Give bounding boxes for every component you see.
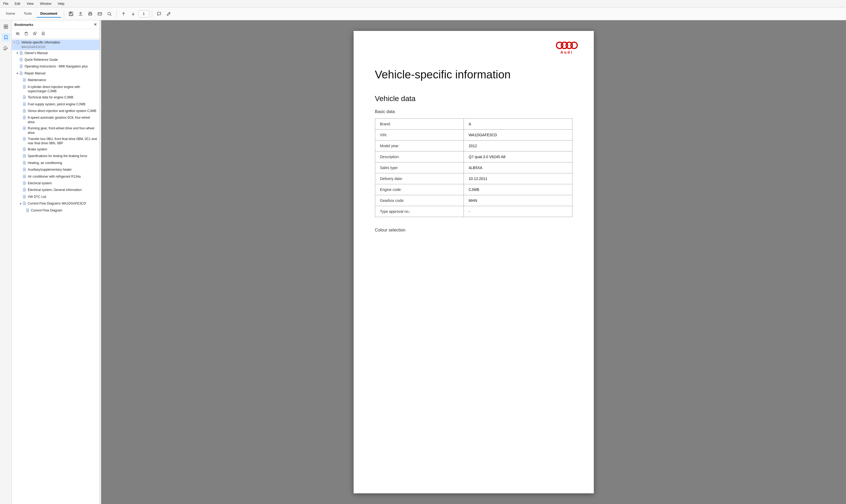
expand-icon-technical-data[interactable] <box>19 96 22 99</box>
bm-star-button[interactable] <box>31 30 38 37</box>
bookmark-item-transfer-box[interactable]: Transfer box 0BU, front final drive 0BM,… <box>12 136 100 147</box>
expand-icon-simos[interactable] <box>19 109 22 112</box>
bm-delete-button[interactable] <box>22 30 30 37</box>
table-cell-label: Engine code: <box>375 184 464 195</box>
bookmark-item-vw-dtc[interactable]: VW DTC List <box>12 194 100 200</box>
bookmark-doc-icon-8speed <box>23 116 26 121</box>
page-number-input[interactable] <box>139 11 149 17</box>
search-button[interactable] <box>105 10 114 18</box>
expand-icon-vw-dtc[interactable] <box>19 195 22 198</box>
expand-icon-air-conditioner[interactable] <box>19 175 22 178</box>
bookmark-item-repair-manual[interactable]: ▶ Repair Manual <box>12 70 100 77</box>
svg-rect-32 <box>22 65 22 66</box>
expand-icon-6cylinder[interactable] <box>19 85 22 89</box>
expand-icon-owners-manual[interactable]: ▶ <box>16 52 19 55</box>
basic-data-title: Basic data <box>375 109 572 114</box>
bookmark-item-heating[interactable]: Heating, air conditioning <box>12 160 100 167</box>
save-button[interactable] <box>67 10 75 18</box>
bookmark-label-maintenance: Maintenance <box>28 78 98 83</box>
svg-rect-122 <box>25 202 25 203</box>
bookmark-item-technical-data[interactable]: Technical data for engine CJWB <box>12 94 100 101</box>
bookmark-item-running-gear[interactable]: Running gear, front-wheel drive and four… <box>12 125 100 136</box>
bookmark-item-quick-reference[interactable]: Quick Reference Guide <box>12 57 100 64</box>
thumbnail-panel-btn[interactable] <box>2 22 10 31</box>
bookmark-label-heating: Heating, air conditioning <box>28 161 98 165</box>
bookmark-item-vehicle-specific[interactable]: ▼ Vehicle-specific informationWA1DGAFE3C… <box>12 39 100 50</box>
bookmark-item-owners-manual[interactable]: ▶ Owner's Manual <box>12 50 100 57</box>
svg-rect-8 <box>4 25 5 26</box>
expand-icon-fuel-supply[interactable] <box>19 103 22 106</box>
bm-bookmark-button[interactable] <box>39 30 47 37</box>
bookmark-item-simos[interactable]: Simos direct injection and ignition syst… <box>12 108 100 115</box>
expand-icon-maintenance[interactable] <box>19 78 22 82</box>
bookmark-doc-icon-current-flow-diagrams <box>23 202 26 206</box>
expand-icon-electrical-general[interactable] <box>19 188 22 192</box>
expand-icon-8speed[interactable] <box>19 116 22 119</box>
upload-button[interactable] <box>76 10 85 18</box>
bookmark-item-maintenance[interactable]: Maintenance <box>12 77 100 84</box>
bookmark-item-brake-system[interactable]: Brake system <box>12 146 100 153</box>
bookmark-item-current-flow-diagram[interactable]: Current Flow Diagram <box>12 208 100 214</box>
bookmark-doc-icon-running-gear <box>23 126 26 131</box>
expand-icon-current-flow-diagram[interactable] <box>22 209 25 212</box>
bookmark-label-vw-dtc: VW DTC List <box>28 195 98 199</box>
bookmarks-toolbar <box>12 29 100 38</box>
bookmarks-panel-btn[interactable] <box>2 33 10 41</box>
table-cell-label: Description: <box>375 151 464 162</box>
bookmark-item-aux-heater[interactable]: Auxiliary/supplementary heater <box>12 167 100 173</box>
bookmark-item-6cylinder[interactable]: 6-cylinder direct injection engine with … <box>12 84 100 95</box>
expand-icon-brake-specs[interactable] <box>19 155 22 158</box>
page-title: Vehicle-specific information <box>375 68 572 81</box>
tab-home[interactable]: Home <box>2 10 19 18</box>
menu-edit[interactable]: Edit <box>14 1 21 6</box>
expand-icon-repair-manual[interactable]: ▶ <box>16 72 19 75</box>
svg-rect-1 <box>70 12 71 13</box>
svg-rect-6 <box>98 13 102 15</box>
menu-file[interactable]: File <box>2 1 9 6</box>
bookmark-doc-icon-current-flow-diagram <box>26 209 29 213</box>
expand-icon-heating[interactable] <box>19 161 22 164</box>
bm-menu-button[interactable] <box>14 30 21 37</box>
table-cell-value: CJWB <box>464 184 572 195</box>
bookmark-label-current-flow-diagram: Current Flow Diagram <box>31 208 98 213</box>
content-area: Audi Vehicle-specific information Vehicl… <box>101 20 846 504</box>
table-row: Engine code:CJWB <box>375 184 572 195</box>
toolbar: Home Tools Document <box>0 7 846 20</box>
svg-rect-127 <box>28 209 29 209</box>
bookmark-item-operating-instructions[interactable]: Operating Instructions - MMI Navigation … <box>12 64 100 70</box>
attachments-panel-btn[interactable] <box>2 44 10 52</box>
bookmark-label-technical-data: Technical data for engine CJWB <box>28 95 98 100</box>
prev-page-button[interactable] <box>119 10 128 18</box>
bookmark-item-fuel-supply[interactable]: Fuel supply system, petrol engine CJWB <box>12 101 100 108</box>
bookmark-item-electrical-general[interactable]: Electrical system; General information <box>12 187 100 194</box>
expand-icon-current-flow-diagrams[interactable]: ▶ <box>19 202 22 205</box>
expand-icon-transfer-box[interactable] <box>19 137 22 141</box>
print-button[interactable] <box>86 10 94 18</box>
bookmarks-close-button[interactable]: ✕ <box>94 22 97 27</box>
table-row: Brand:A <box>375 119 572 130</box>
vehicle-data-title: Vehicle data <box>375 94 572 103</box>
expand-icon-electrical-system[interactable] <box>19 182 22 185</box>
bookmark-item-air-conditioner[interactable]: Air conditioner with refrigerant R134a <box>12 174 100 180</box>
mail-button[interactable] <box>96 10 104 18</box>
expand-icon-operating-instructions[interactable] <box>16 65 19 68</box>
table-cell-label: Gearbox code: <box>375 195 464 206</box>
menu-help[interactable]: Help <box>57 1 66 6</box>
menu-window[interactable]: Window <box>39 1 53 6</box>
expand-icon-running-gear[interactable] <box>19 127 22 130</box>
edit-button[interactable] <box>165 10 173 18</box>
expand-icon-quick-reference[interactable] <box>16 58 19 61</box>
bookmark-item-electrical-system[interactable]: Electrical system <box>12 180 100 187</box>
bookmark-item-current-flow-diagrams[interactable]: ▶ Current Flow Diagrams WA1DGAFE3CD' <box>12 200 100 207</box>
comment-button[interactable] <box>155 10 163 18</box>
expand-icon-brake-system[interactable] <box>19 148 22 151</box>
expand-icon-aux-heater[interactable] <box>19 168 22 171</box>
bookmark-item-8speed[interactable]: 8-speed automatic gearbox 0C8, four-whee… <box>12 115 100 125</box>
expand-icon-vehicle-specific[interactable]: ▼ <box>13 41 16 44</box>
bookmark-doc-icon-brake-specs <box>23 154 26 159</box>
tab-document[interactable]: Document <box>37 10 61 18</box>
bookmark-item-brake-specs[interactable]: Specifications for testing the braking f… <box>12 153 100 160</box>
tab-tools[interactable]: Tools <box>20 10 35 18</box>
next-page-button[interactable] <box>129 10 137 18</box>
menu-view[interactable]: View <box>25 1 35 6</box>
